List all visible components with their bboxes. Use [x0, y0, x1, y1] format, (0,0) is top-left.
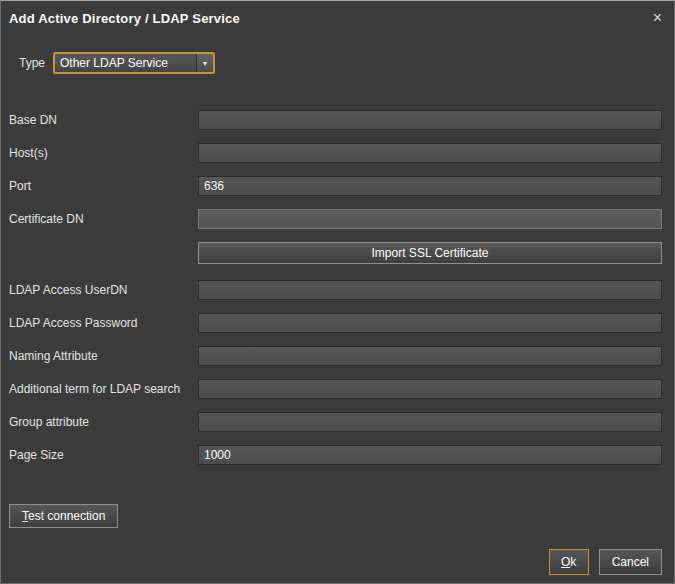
type-row: Type Other LDAP Service ▼ [19, 52, 674, 74]
ldap-access-password-input[interactable] [198, 313, 662, 333]
type-label: Type [19, 56, 45, 70]
naming-attribute-input[interactable] [198, 346, 662, 366]
field-row-additional-term: Additional term for LDAP search [9, 379, 662, 399]
field-row-base-dn: Base DN [9, 110, 662, 130]
additional-term-input[interactable] [198, 379, 662, 399]
field-row-ldap-access-password: LDAP Access Password [9, 313, 662, 333]
dialog-titlebar: Add Active Directory / LDAP Service × [1, 1, 674, 30]
port-input[interactable] [198, 176, 662, 196]
group-attribute-input[interactable] [198, 412, 662, 432]
field-row-page-size: Page Size [9, 445, 662, 465]
field-row-group-attribute: Group attribute [9, 412, 662, 432]
field-row-hosts: Host(s) [9, 143, 662, 163]
hosts-label: Host(s) [9, 146, 198, 160]
certificate-dn-label: Certificate DN [9, 212, 198, 226]
import-row: Import SSL Certificate [198, 242, 662, 264]
ldap-access-userdn-label: LDAP Access UserDN [9, 283, 198, 297]
page-size-label: Page Size [9, 448, 198, 462]
ok-button[interactable]: Ok [549, 549, 589, 575]
ldap-access-password-label: LDAP Access Password [9, 316, 198, 330]
additional-term-label: Additional term for LDAP search [9, 382, 198, 396]
naming-attribute-label: Naming Attribute [9, 349, 198, 363]
base-dn-input[interactable] [198, 110, 662, 130]
import-ssl-certificate-button[interactable]: Import SSL Certificate [198, 242, 662, 264]
type-select-value: Other LDAP Service [55, 54, 196, 72]
type-select[interactable]: Other LDAP Service ▼ [53, 52, 215, 74]
dialog-title: Add Active Directory / LDAP Service [9, 11, 240, 26]
chevron-down-icon[interactable]: ▼ [196, 54, 213, 72]
ldap-access-userdn-input[interactable] [198, 280, 662, 300]
add-ldap-service-dialog: Add Active Directory / LDAP Service × Ty… [0, 0, 675, 584]
test-connection-label: Test connection [22, 509, 105, 523]
hosts-input[interactable] [198, 143, 662, 163]
test-connection-button[interactable]: Test connection [9, 504, 118, 528]
import-ssl-certificate-label: Import SSL Certificate [372, 246, 489, 260]
cancel-label: Cancel [612, 555, 649, 569]
certificate-dn-input[interactable] [198, 209, 662, 229]
field-row-naming-attribute: Naming Attribute [9, 346, 662, 366]
close-icon[interactable]: × [653, 10, 662, 26]
port-label: Port [9, 179, 198, 193]
field-row-certificate-dn: Certificate DN [9, 209, 662, 229]
cancel-button[interactable]: Cancel [599, 549, 662, 575]
field-row-ldap-access-userdn: LDAP Access UserDN [9, 280, 662, 300]
page-size-input[interactable] [198, 445, 662, 465]
base-dn-label: Base DN [9, 113, 198, 127]
dialog-footer: Ok Cancel [549, 549, 662, 575]
field-row-port: Port [9, 176, 662, 196]
ok-label: Ok [560, 555, 578, 569]
form-fields: Base DN Host(s) Port Certificate DN Impo… [1, 110, 674, 465]
group-attribute-label: Group attribute [9, 415, 198, 429]
